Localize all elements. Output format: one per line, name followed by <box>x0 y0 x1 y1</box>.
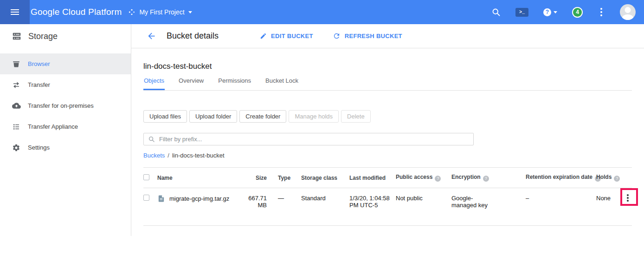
bucket-name: lin-docs-test-bucket <box>143 62 632 71</box>
back-button[interactable] <box>146 31 157 42</box>
cell-encryption: Google-managed key <box>451 188 526 209</box>
sidebar-item-transfer-on-premises[interactable]: Transfer for on-premises <box>0 95 131 116</box>
column-header-retention: Retention expiration date <box>526 174 596 182</box>
sidebar-item-browser[interactable]: Browser <box>0 53 131 74</box>
help-icon[interactable] <box>614 176 620 182</box>
row-menu-button[interactable] <box>626 193 630 203</box>
delete-button: Delete <box>341 110 371 123</box>
tab-bar: Objects Overview Permissions Bucket Lock <box>143 77 632 91</box>
main-panel: Bucket details EDIT BUCKET REFRESH BUCKE… <box>131 24 644 236</box>
refresh-icon <box>333 32 341 40</box>
breadcrumb-current: lin-docs-test-bucket <box>172 152 225 159</box>
sidebar-item-label: Transfer for on-premises <box>28 102 94 109</box>
create-folder-button[interactable]: Create folder <box>239 110 286 123</box>
project-name: My First Project <box>139 8 184 16</box>
cell-type: — <box>270 188 300 202</box>
sidebar-item-label: Settings <box>28 144 50 151</box>
file-icon <box>157 195 165 203</box>
storage-product-icon <box>12 31 22 41</box>
edit-bucket-button[interactable]: EDIT BUCKET <box>260 33 313 39</box>
row-checkbox[interactable] <box>143 195 149 201</box>
help-icon[interactable] <box>483 176 489 182</box>
sidebar-item-settings[interactable]: Settings <box>0 137 131 158</box>
more-options-button[interactable] <box>598 7 605 17</box>
breadcrumb-buckets-link[interactable]: Buckets <box>143 152 165 159</box>
help-button[interactable] <box>543 8 557 16</box>
column-header-encryption: Encryption <box>451 174 526 182</box>
arrow-back-icon <box>147 31 156 41</box>
cell-storage-class: Standard <box>300 188 349 202</box>
filter-box <box>143 133 474 145</box>
breadcrumb: Buckets / lin-docs-test-bucket <box>143 152 632 159</box>
avatar[interactable] <box>620 4 636 20</box>
chevron-down-icon <box>188 11 192 13</box>
page-header: Bucket details EDIT BUCKET REFRESH BUCKE… <box>131 24 644 48</box>
hamburger-icon <box>11 9 19 15</box>
column-header-last-modified: Last modified <box>349 175 396 181</box>
search-icon <box>148 136 155 143</box>
cell-public-access: Not public <box>396 188 451 202</box>
help-icon[interactable] <box>435 176 441 182</box>
project-icon <box>128 8 135 16</box>
edit-bucket-label: EDIT BUCKET <box>271 33 313 39</box>
tab-permissions[interactable]: Permissions <box>218 77 251 90</box>
tab-overview[interactable]: Overview <box>178 77 204 90</box>
cell-last-modified: 1/3/20, 1:04:58 PM UTC-5 <box>349 188 396 209</box>
upload-files-button[interactable]: Upload files <box>143 110 187 123</box>
sidebar-item-label: Browser <box>28 60 50 67</box>
topbar-actions: 4 <box>491 4 644 20</box>
appliance-list-icon <box>12 123 21 131</box>
nav-menu-button[interactable] <box>0 0 30 24</box>
filter-input[interactable] <box>159 136 469 143</box>
column-header-holds: Holds <box>596 174 622 182</box>
column-header-type: Type <box>270 175 300 181</box>
project-selector[interactable]: My First Project <box>128 8 192 16</box>
bucket-icon <box>12 60 21 68</box>
breadcrumb-separator: / <box>167 152 169 159</box>
column-header-public-access: Public access <box>396 174 451 182</box>
sidebar-item-transfer-appliance[interactable]: Transfer Appliance <box>0 116 131 137</box>
cell-retention: – <box>526 188 596 202</box>
select-all-checkbox[interactable] <box>143 174 149 180</box>
sidebar-item-label: Transfer Appliance <box>28 123 78 130</box>
sidebar-header: Storage <box>0 24 131 48</box>
bucket-details-content: lin-docs-test-bucket Objects Overview Pe… <box>131 62 644 226</box>
manage-holds-button: Manage holds <box>289 110 339 123</box>
cell-size: 667.71 MB <box>244 188 270 209</box>
cloud-shell-button[interactable] <box>515 8 528 17</box>
gcp-console: Google Cloud Platform My First Project 4 <box>0 0 644 269</box>
object-name-link[interactable]: migrate-gcp-img.tar.gz <box>169 195 229 202</box>
help-icon <box>543 8 551 16</box>
sidebar-item-label: Transfer <box>28 81 50 88</box>
objects-table: Name Size Type Storage class Last modifi… <box>143 167 632 226</box>
tab-bucket-lock[interactable]: Bucket Lock <box>265 77 299 90</box>
sidebar: Storage Browser Transfer <box>0 24 131 236</box>
page-title: Bucket details <box>167 31 219 41</box>
table-header-row: Name Size Type Storage class Last modifi… <box>143 168 632 188</box>
column-header-name: Name <box>157 175 244 181</box>
column-header-size: Size <box>244 175 270 181</box>
search-button[interactable] <box>491 7 501 17</box>
upload-folder-button[interactable]: Upload folder <box>189 110 237 123</box>
chevron-down-icon <box>554 11 557 13</box>
table-row: migrate-gcp-img.tar.gz 667.71 MB — Stand… <box>143 188 632 226</box>
pencil-icon <box>260 33 267 39</box>
cell-holds: None <box>596 188 622 202</box>
gear-icon <box>12 144 21 152</box>
notifications-badge[interactable]: 4 <box>572 7 583 18</box>
sidebar-title: Storage <box>28 32 58 41</box>
sidebar-nav: Browser Transfer Transfer for on-premise… <box>0 48 131 158</box>
transfer-arrows-icon <box>12 81 21 89</box>
brand-logo[interactable]: Google Cloud Platform <box>31 7 122 17</box>
cloud-shell-icon <box>515 8 528 17</box>
search-icon <box>491 7 501 17</box>
top-bar: Google Cloud Platform My First Project 4 <box>0 0 644 24</box>
sidebar-item-transfer[interactable]: Transfer <box>0 74 131 95</box>
tab-objects[interactable]: Objects <box>143 77 165 90</box>
column-header-storage-class: Storage class <box>300 175 349 181</box>
cloud-upload-icon <box>12 101 21 110</box>
refresh-bucket-button[interactable]: REFRESH BUCKET <box>333 32 402 40</box>
refresh-bucket-label: REFRESH BUCKET <box>345 33 402 39</box>
object-actions: Upload files Upload folder Create folder… <box>143 110 632 123</box>
